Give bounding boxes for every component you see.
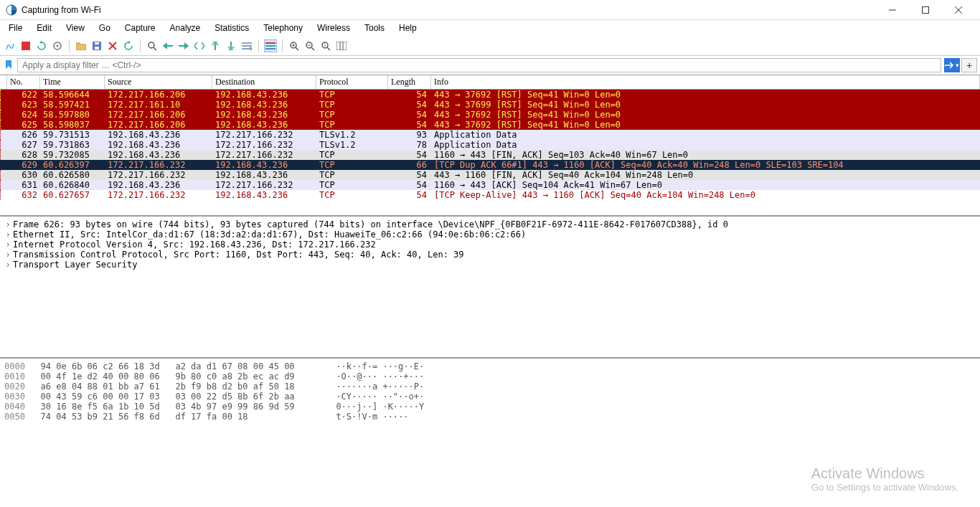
- detail-row[interactable]: ›Transport Layer Security: [1, 260, 979, 270]
- menu-tools[interactable]: Tools: [359, 22, 390, 34]
- hex-row[interactable]: 0040 30 16 8e f5 6a 1b 10 5d 03 4b 97 e9…: [4, 402, 976, 412]
- svg-line-36: [327, 47, 330, 50]
- hex-row[interactable]: 0020 a6 e8 04 88 01 bb a7 61 2b f9 b8 d2…: [4, 382, 976, 392]
- menu-analyze[interactable]: Analyze: [164, 22, 207, 34]
- packet-row[interactable]: 63160.626840192.168.43.236172.217.166.23…: [0, 180, 980, 190]
- filter-apply-button[interactable]: ▾: [944, 58, 960, 72]
- menu-wireless[interactable]: Wireless: [311, 22, 356, 34]
- find-icon[interactable]: [146, 39, 159, 52]
- svg-line-30: [296, 47, 298, 50]
- packet-row[interactable]: 62960.626397172.217.166.232192.168.43.23…: [0, 160, 980, 170]
- packet-row[interactable]: 62458.597880172.217.166.206192.168.43.23…: [0, 110, 980, 120]
- hex-row[interactable]: 0030 00 43 59 c6 00 00 17 03 03 00 22 d5…: [4, 392, 976, 402]
- packet-list-body[interactable]: 62258.596644172.217.166.206192.168.43.23…: [0, 90, 980, 215]
- packet-row[interactable]: 62258.596644172.217.166.206192.168.43.23…: [0, 90, 980, 100]
- svg-rect-10: [95, 42, 99, 44]
- hex-row[interactable]: 0000 94 0e 6b 06 c2 66 18 3d a2 da d1 67…: [4, 361, 976, 371]
- menu-view[interactable]: View: [60, 22, 90, 34]
- go-to-packet-icon[interactable]: [193, 39, 206, 52]
- filter-add-button[interactable]: +: [961, 58, 977, 72]
- close-button[interactable]: [943, 0, 974, 20]
- go-back-icon[interactable]: [161, 39, 174, 52]
- zoom-out-icon[interactable]: [303, 39, 316, 52]
- activate-windows-watermark: Activate Windows Go to Settings to activ…: [811, 465, 958, 493]
- detail-row[interactable]: ›Transmission Control Protocol, Src Port…: [1, 250, 979, 260]
- filter-bookmark-icon[interactable]: [3, 60, 14, 71]
- display-filter-input[interactable]: [17, 58, 941, 72]
- packet-row[interactable]: 62659.731513192.168.43.236172.217.166.23…: [0, 130, 980, 140]
- go-first-icon[interactable]: [209, 39, 222, 52]
- col-length[interactable]: Length: [388, 75, 431, 89]
- resize-columns-icon[interactable]: [335, 39, 348, 52]
- col-proto[interactable]: Protocol: [316, 75, 388, 89]
- zoom-reset-icon[interactable]: 1: [319, 39, 332, 52]
- close-file-icon[interactable]: [106, 39, 119, 52]
- packet-row[interactable]: 62859.732085192.168.43.236172.217.166.23…: [0, 150, 980, 160]
- go-last-icon[interactable]: [225, 39, 237, 52]
- packet-list-header: No. Time Source Destination Protocol Len…: [0, 75, 980, 90]
- col-source[interactable]: Source: [105, 75, 212, 89]
- svg-rect-2: [923, 6, 929, 13]
- detail-row[interactable]: ›Internet Protocol Version 4, Src: 192.1…: [1, 240, 979, 250]
- window-title: Capturing from Wi-Fi: [22, 5, 877, 15]
- packet-row[interactable]: 63260.627657172.217.166.232192.168.43.23…: [0, 190, 980, 200]
- packet-list[interactable]: No. Time Source Destination Protocol Len…: [0, 75, 980, 215]
- colorize-icon[interactable]: [264, 39, 277, 52]
- svg-text:1: 1: [324, 43, 326, 47]
- packet-details[interactable]: ›Frame 626: 93 bytes on wire (744 bits),…: [0, 215, 980, 357]
- menu-capture[interactable]: Capture: [119, 22, 161, 34]
- packet-row[interactable]: 62558.598037172.217.166.206192.168.43.23…: [0, 120, 980, 130]
- restart-capture-icon[interactable]: [35, 39, 48, 52]
- svg-line-33: [311, 47, 314, 50]
- col-info[interactable]: Info: [431, 75, 980, 89]
- menu-telephony[interactable]: Telephony: [258, 22, 308, 34]
- svg-rect-9: [95, 47, 99, 49]
- svg-rect-37: [336, 42, 347, 50]
- menu-help[interactable]: Help: [393, 22, 423, 34]
- auto-scroll-icon[interactable]: [240, 39, 253, 52]
- packet-row[interactable]: 63060.626580172.217.166.232192.168.43.23…: [0, 170, 980, 180]
- app-icon: [6, 4, 17, 16]
- hex-row[interactable]: 0010 00 4f 1e d2 40 00 80 06 9b 80 c0 a8…: [4, 371, 976, 382]
- menu-statistics[interactable]: Statistics: [209, 22, 255, 34]
- col-dest[interactable]: Destination: [212, 75, 316, 89]
- col-time[interactable]: Time: [40, 75, 105, 89]
- menu-go[interactable]: Go: [93, 22, 116, 34]
- save-file-icon[interactable]: [90, 39, 103, 52]
- minimize-button[interactable]: [877, 0, 908, 20]
- titlebar: Capturing from Wi-Fi: [0, 0, 980, 20]
- svg-point-13: [149, 42, 154, 48]
- menu-edit[interactable]: Edit: [31, 22, 57, 34]
- hex-row[interactable]: 0050 74 04 53 b9 21 56 f8 6d df 17 fa 00…: [4, 412, 976, 422]
- detail-row[interactable]: ›Frame 626: 93 bytes on wire (744 bits),…: [1, 219, 979, 229]
- go-forward-icon[interactable]: [177, 39, 190, 52]
- open-file-icon[interactable]: [75, 39, 88, 52]
- stop-capture-icon[interactable]: [19, 39, 32, 52]
- capture-options-icon[interactable]: [51, 39, 64, 52]
- maximize-button[interactable]: [910, 0, 941, 20]
- reload-icon[interactable]: [122, 39, 135, 52]
- menu-file[interactable]: File: [3, 22, 28, 34]
- svg-rect-5: [22, 42, 30, 50]
- filter-bar: ▾ +: [0, 56, 980, 75]
- start-capture-icon[interactable]: [4, 39, 17, 52]
- detail-row[interactable]: ›Ethernet II, Src: IntelCor_da:d1:67 (18…: [1, 229, 979, 240]
- menubar: FileEditViewGoCaptureAnalyzeStatisticsTe…: [0, 20, 980, 36]
- packet-row[interactable]: 62759.731863192.168.43.236172.217.166.23…: [0, 140, 980, 150]
- svg-point-7: [57, 44, 59, 47]
- col-no[interactable]: No.: [7, 75, 40, 89]
- svg-line-14: [154, 47, 156, 50]
- packet-row[interactable]: 62358.597421172.217.161.10192.168.43.236…: [0, 100, 980, 110]
- toolbar: 1: [0, 36, 980, 56]
- zoom-in-icon[interactable]: [288, 39, 301, 52]
